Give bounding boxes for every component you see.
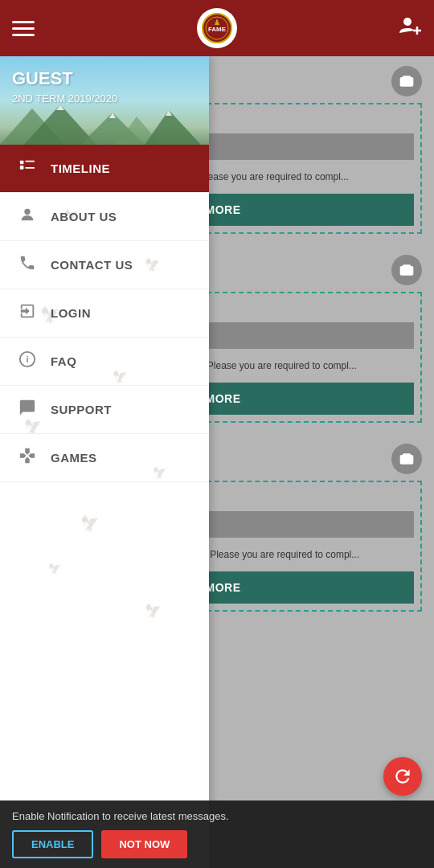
sidebar-item-games[interactable]: GAMES <box>0 434 209 482</box>
sidebar-item-about[interactable]: ABOUT US <box>0 193 209 241</box>
guest-term: 2ND TERM 2019/2020 <box>12 92 197 104</box>
sidebar-item-games-label: GAMES <box>51 451 97 465</box>
svg-rect-15 <box>20 161 24 165</box>
notification-bar: Enable Notification to receive latest me… <box>0 800 434 868</box>
header: FAME <box>0 0 434 56</box>
camera-button[interactable] <box>391 444 422 474</box>
svg-rect-18 <box>25 167 35 169</box>
svg-text:i: i <box>26 354 28 364</box>
sidebar-item-timeline-label: TIMELINE <box>51 162 110 175</box>
refresh-button[interactable] <box>383 757 422 796</box>
support-icon <box>16 399 39 420</box>
svg-rect-20 <box>26 213 29 215</box>
add-user-button[interactable] <box>398 14 422 43</box>
camera-button[interactable] <box>391 66 422 96</box>
school-logo: FAME <box>197 8 237 48</box>
sidebar: GUEST 2ND TERM 2019/2020 🦅 🦅 🦅 🦅 🦅 🦅 🦅 🦅… <box>0 56 209 868</box>
notification-actions: ENABLE NOT NOW <box>12 830 422 858</box>
not-now-button[interactable]: NOT NOW <box>101 830 187 858</box>
camera-button[interactable] <box>391 255 422 285</box>
sidebar-item-contact[interactable]: CONTACT US <box>0 241 209 289</box>
sidebar-item-about-label: ABOUT US <box>51 210 117 223</box>
login-icon <box>16 302 39 324</box>
enable-button[interactable]: ENABLE <box>12 830 93 858</box>
timeline-icon <box>16 158 39 179</box>
menu-button[interactable] <box>12 21 35 36</box>
svg-rect-17 <box>25 161 35 162</box>
sidebar-item-faq-label: FAQ <box>51 354 76 368</box>
svg-marker-12 <box>56 104 64 110</box>
sidebar-item-login[interactable]: LOGIN <box>0 289 209 338</box>
sidebar-item-timeline[interactable]: TIMELINE <box>0 145 209 193</box>
sidebar-item-contact-label: CONTACT US <box>51 258 133 272</box>
main-container: er 13, 2019 News EADY !!! emy should be … <box>0 56 434 868</box>
faq-icon: i <box>16 350 39 372</box>
svg-rect-16 <box>20 166 24 170</box>
sidebar-item-faq[interactable]: i FAQ <box>0 338 209 386</box>
guest-banner: GUEST 2ND TERM 2019/2020 <box>0 56 209 145</box>
guest-name: GUEST <box>12 68 197 89</box>
about-icon <box>16 206 39 227</box>
svg-point-4 <box>403 18 411 26</box>
sidebar-item-login-label: LOGIN <box>51 306 91 320</box>
sidebar-item-support[interactable]: SUPPORT <box>0 386 209 434</box>
games-icon <box>16 447 39 469</box>
nav-items: 🦅 🦅 🦅 🦅 🦅 🦅 🦅 🦅 🦅 🦅 T <box>0 145 209 868</box>
svg-marker-11 <box>145 110 201 145</box>
contact-icon <box>16 254 39 276</box>
svg-text:FAME: FAME <box>208 26 227 33</box>
notification-message: Enable Notification to receive latest me… <box>12 810 422 822</box>
sidebar-item-support-label: SUPPORT <box>51 403 112 416</box>
